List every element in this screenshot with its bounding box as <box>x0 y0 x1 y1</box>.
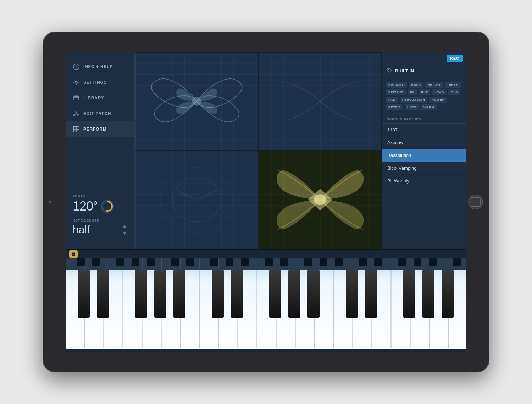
svg-rect-80 <box>97 270 109 318</box>
svg-rect-52 <box>374 258 382 266</box>
pad-top-right[interactable] <box>259 53 382 150</box>
svg-rect-45 <box>241 258 249 266</box>
svg-rect-79 <box>78 270 90 318</box>
piano-keys[interactable] <box>66 270 466 349</box>
patch-item-bassolution[interactable]: Bassolution <box>382 149 466 162</box>
note-length-stepper[interactable]: ▲ ▼ <box>122 223 127 236</box>
svg-rect-41 <box>171 258 179 266</box>
settings-icon <box>73 79 80 86</box>
pad-bottom-right[interactable] <box>259 151 382 249</box>
sidebar: i INFO + HELP SETTINGS <box>66 52 135 249</box>
svg-point-6 <box>76 111 77 113</box>
svg-rect-3 <box>74 96 79 100</box>
svg-point-14 <box>192 97 202 105</box>
built-in-label[interactable]: BUILT IN <box>395 69 414 73</box>
tag-user[interactable]: USER <box>405 104 419 110</box>
svg-rect-11 <box>73 130 76 132</box>
settings-label: SETTINGS <box>83 80 107 85</box>
mini-keys-bar <box>66 258 466 270</box>
perform-icon <box>73 126 80 133</box>
keyboard-bar <box>66 250 466 258</box>
tag-power[interactable]: POWER <box>429 97 447 103</box>
svg-rect-42 <box>186 258 194 266</box>
patch-item-1137[interactable]: 1137 <box>382 124 466 136</box>
svg-rect-40 <box>147 258 155 266</box>
svg-rect-39 <box>132 258 139 266</box>
svg-rect-12 <box>77 130 79 132</box>
svg-rect-87 <box>288 270 300 318</box>
note-length-down[interactable]: ▼ <box>122 230 127 236</box>
patch-list: 1137AxesawBassolutionBit o' VampingBit W… <box>382 124 466 249</box>
tag-init[interactable]: INIT <box>419 89 430 95</box>
tempo-number: 120° <box>73 199 98 214</box>
perform-label: PERFORM <box>83 127 107 132</box>
lock-button[interactable] <box>69 250 78 258</box>
patch-item-bit-o--vamping[interactable]: Bit o' Vamping <box>382 162 466 175</box>
svg-rect-38 <box>116 258 124 266</box>
svg-point-2 <box>75 81 77 83</box>
patch-browser: REC BUILT IN BACKINGBASSBRIGHTDIRTYDISTA… <box>382 52 466 249</box>
controls-section: TEMPO 120° NOTE LENGTH half ▲ ▼ <box>66 189 134 242</box>
svg-rect-53 <box>398 258 406 266</box>
tag-bright[interactable]: BRIGHT <box>425 82 444 88</box>
svg-rect-83 <box>173 270 185 318</box>
svg-rect-51 <box>359 258 367 266</box>
svg-point-22 <box>388 69 389 70</box>
svg-rect-9 <box>73 126 76 129</box>
pad-top-left[interactable] <box>135 53 258 150</box>
svg-rect-93 <box>442 270 454 318</box>
sidebar-item-info-help[interactable]: i INFO + HELP <box>66 59 134 75</box>
tag-dirty[interactable]: DIRTY <box>445 82 461 88</box>
svg-rect-90 <box>365 270 377 318</box>
sidebar-item-edit-patch[interactable]: EDIT PATCH <box>66 106 134 121</box>
svg-rect-85 <box>231 270 243 318</box>
tag-pad[interactable]: PAD <box>386 97 398 103</box>
library-label: LIBRARY <box>83 95 104 100</box>
tempo-knob[interactable] <box>101 200 114 213</box>
svg-rect-49 <box>320 258 327 266</box>
patch-item-axesaw[interactable]: Axesaw <box>382 136 466 149</box>
tag-warm[interactable]: WARM <box>421 104 437 110</box>
tags-area: BACKINGBASSBRIGHTDIRTYDISTANTFXINITLEADO… <box>382 78 466 114</box>
note-length-up[interactable]: ▲ <box>122 223 127 229</box>
svg-rect-88 <box>307 270 320 318</box>
tag-percussion[interactable]: PERCUSSION <box>400 97 428 103</box>
rec-button[interactable]: REC <box>447 55 463 62</box>
keyboard-container <box>66 249 466 352</box>
svg-rect-92 <box>422 270 434 318</box>
main-content: i INFO + HELP SETTINGS <box>66 52 466 249</box>
svg-point-8 <box>78 115 79 116</box>
svg-rect-82 <box>154 270 166 318</box>
svg-point-7 <box>73 115 75 116</box>
sidebar-item-perform[interactable]: PERFORM <box>66 121 134 137</box>
sidebar-item-settings[interactable]: SETTINGS <box>66 75 134 90</box>
tag-distant[interactable]: DISTANT <box>386 89 406 95</box>
svg-rect-86 <box>269 270 281 318</box>
svg-rect-50 <box>335 258 343 266</box>
note-length-label: NOTE LENGTH <box>73 219 127 222</box>
tag-bass[interactable]: BASS <box>409 82 423 88</box>
edit-patch-icon <box>73 110 80 117</box>
svg-rect-44 <box>226 258 233 266</box>
pad-area[interactable] <box>135 52 382 249</box>
note-length-text: half <box>73 224 90 236</box>
svg-rect-54 <box>414 258 421 266</box>
library-icon <box>73 94 80 102</box>
pad-bottom-left[interactable] <box>135 151 258 249</box>
tag-fx[interactable]: FX <box>408 89 417 95</box>
tag-retro[interactable]: RETRO <box>386 104 403 110</box>
home-button[interactable] <box>468 195 483 209</box>
sidebar-item-library[interactable]: LIBRARY <box>66 90 134 106</box>
note-length-value-row: half ▲ ▼ <box>73 223 127 236</box>
tag-old[interactable]: OLD <box>448 89 461 95</box>
tags-grid: BACKINGBASSBRIGHTDIRTYDISTANTFXINITLEADO… <box>386 82 463 110</box>
tag-lead[interactable]: LEAD <box>432 89 447 95</box>
svg-rect-81 <box>135 270 147 318</box>
svg-rect-55 <box>429 258 437 266</box>
edit-patch-label: EDIT PATCH <box>83 111 111 116</box>
svg-rect-56 <box>453 258 461 266</box>
screen: i INFO + HELP SETTINGS <box>66 52 466 352</box>
patch-item-bit-wobbly[interactable]: Bit Wobbly <box>382 175 466 187</box>
svg-rect-47 <box>280 258 288 266</box>
tag-backing[interactable]: BACKING <box>386 82 407 88</box>
